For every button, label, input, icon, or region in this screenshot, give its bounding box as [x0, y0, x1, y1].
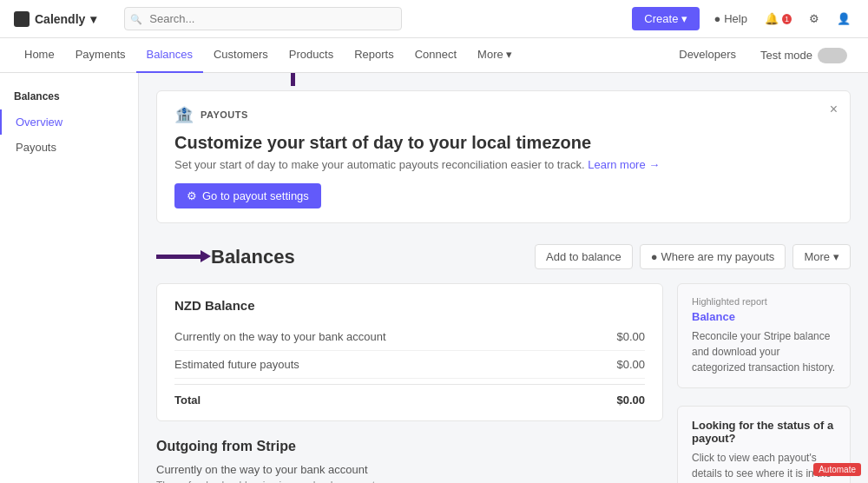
- sidebar: Balances Overview Payouts: [0, 73, 139, 483]
- brand[interactable]: Calendly ▾: [14, 11, 96, 27]
- nav-payments[interactable]: Payments: [65, 38, 136, 73]
- where-payouts-button[interactable]: ● Where are my payouts: [640, 244, 786, 269]
- outgoing-title: Outgoing from Stripe: [156, 439, 663, 454]
- balances-content: NZD Balance Currently on the way to your…: [156, 283, 851, 483]
- nav-connect[interactable]: Connect: [404, 38, 467, 73]
- topbar-right: Create ▾ ● Help 🔔 1 ⚙ 👤: [632, 7, 854, 30]
- search-input[interactable]: [124, 7, 402, 30]
- nav-right: Developers Test mode: [672, 44, 854, 67]
- highlighted-title[interactable]: Balance: [692, 310, 836, 323]
- nav-products[interactable]: Products: [279, 38, 344, 73]
- nav-reports[interactable]: Reports: [344, 38, 404, 73]
- highlighted-description: Reconcile your Stripe balance and downlo…: [692, 328, 836, 375]
- more-chevron-icon: ▾: [833, 250, 839, 263]
- brand-icon: [14, 11, 30, 27]
- banner-close-button[interactable]: ×: [830, 102, 838, 117]
- nav-home[interactable]: Home: [14, 38, 65, 73]
- balances-actions: Add to balance ● Where are my payouts Mo…: [535, 244, 851, 269]
- create-button[interactable]: Create ▾: [632, 7, 700, 30]
- profile-button[interactable]: 👤: [833, 9, 854, 29]
- outgoing-subtitle: Currently on the way to your bank accoun…: [156, 463, 663, 476]
- question-icon: ●: [651, 250, 658, 263]
- main-nav: Home Payments Balances Customers Product…: [0, 38, 868, 73]
- help-icon: ●: [713, 12, 720, 25]
- search-wrap: [124, 7, 402, 30]
- user-icon: 👤: [837, 12, 851, 25]
- banner-tag: PAYOUTS: [201, 109, 248, 120]
- nav-more[interactable]: More ▾: [467, 38, 523, 73]
- sidebar-title: Balances: [0, 87, 138, 109]
- outgoing-description: These funds should arrive in your bank a…: [156, 480, 663, 483]
- brand-name: Calendly: [35, 12, 85, 26]
- banner-subtitle: Set your start of day to make your autom…: [174, 158, 832, 171]
- bell-icon: 🔔: [765, 12, 779, 25]
- balance-total: Total $0.00: [174, 384, 645, 407]
- arrow-up-annotation: [291, 73, 295, 86]
- automate-badge: Automate: [813, 463, 861, 476]
- chevron-down-icon: ▾: [681, 12, 687, 25]
- topbar: Calendly ▾ Create ▾ ● Help 🔔 1 ⚙ 👤: [0, 0, 868, 38]
- balance-row-0: Currently on the way to your bank accoun…: [174, 323, 645, 351]
- banner-title: Customize your start of day to your loca…: [174, 133, 832, 153]
- more-chevron-icon: ▾: [506, 48, 512, 61]
- balances-header: Balances Add to balance ● Where are my p…: [156, 244, 851, 269]
- notification-badge: 1: [782, 14, 792, 24]
- highlighted-tag: Highlighted report: [692, 296, 836, 307]
- payout-banner: 🏦 PAYOUTS Customize your start of day to…: [156, 90, 851, 223]
- sidebar-item-payouts[interactable]: Payouts: [0, 135, 138, 160]
- balance-row-1: Estimated future payouts $0.00: [174, 351, 645, 379]
- arrow-right-annotation: [156, 255, 204, 259]
- nav-test-mode: Test mode: [753, 44, 854, 67]
- balances-right: Highlighted report Balance Reconcile you…: [677, 283, 851, 483]
- notification-button[interactable]: 🔔 1: [761, 9, 795, 29]
- more-button[interactable]: More ▾: [792, 244, 851, 269]
- nav-balances[interactable]: Balances: [136, 38, 203, 73]
- balances-title: Balances: [211, 246, 295, 268]
- go-to-payout-settings-button[interactable]: ⚙ Go to payout settings: [174, 183, 321, 208]
- main-layout: Balances Overview Payouts 🏦 PAYOUTS Cust…: [0, 73, 868, 483]
- nav-customers[interactable]: Customers: [203, 38, 279, 73]
- highlighted-report-card: Highlighted report Balance Reconcile you…: [677, 283, 851, 388]
- sidebar-item-overview[interactable]: Overview: [0, 109, 138, 135]
- settings-icon: ⚙: [187, 189, 197, 202]
- brand-chevron: ▾: [90, 12, 96, 26]
- balances-left: NZD Balance Currently on the way to your…: [156, 283, 663, 483]
- settings-button[interactable]: ⚙: [806, 9, 823, 29]
- nzd-balance-card: NZD Balance Currently on the way to your…: [156, 283, 663, 421]
- looking-title: Looking for the status of a payout?: [692, 419, 836, 445]
- banner-header: 🏦 PAYOUTS: [174, 105, 832, 124]
- content: 🏦 PAYOUTS Customize your start of day to…: [139, 73, 868, 483]
- learn-more-link[interactable]: Learn more →: [588, 158, 660, 171]
- outgoing-section: Outgoing from Stripe Currently on the wa…: [156, 439, 663, 483]
- help-button[interactable]: ● Help: [710, 9, 751, 29]
- add-balance-button[interactable]: Add to balance: [535, 244, 633, 269]
- nav-developers[interactable]: Developers: [672, 44, 743, 67]
- nzd-balance-title: NZD Balance: [174, 298, 645, 313]
- payout-icon: 🏦: [174, 105, 194, 124]
- gear-icon: ⚙: [809, 12, 819, 25]
- test-mode-toggle[interactable]: [818, 48, 847, 63]
